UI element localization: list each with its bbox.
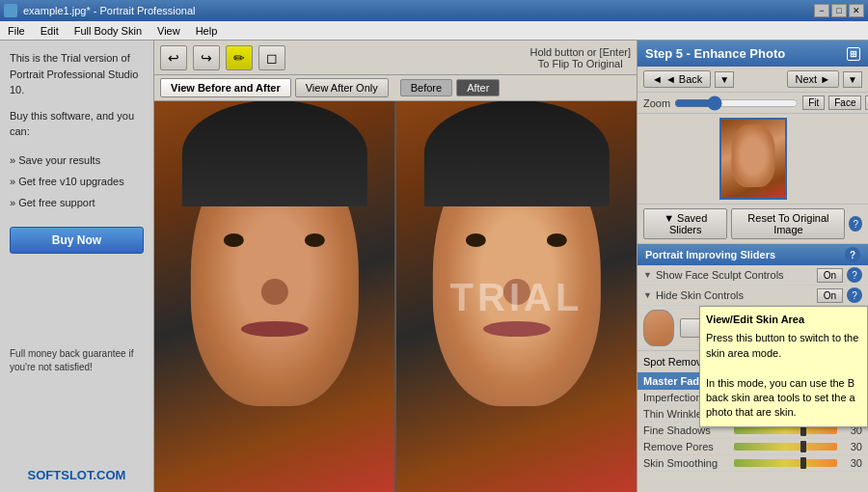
trial-buy-text: Buy this software, and you can: <box>10 108 144 140</box>
master-fade-label: Master Fade <box>643 375 705 387</box>
remove-pores-track[interactable] <box>734 443 837 451</box>
back-arrow-icon: ◄ <box>652 73 663 85</box>
title-bar: example1.jpg* - Portrait Professional − … <box>0 0 868 21</box>
menu-edit[interactable]: Edit <box>37 23 63 39</box>
main-layout: This is the Trial version of Portrait Pr… <box>0 41 868 492</box>
after-image-panel: TRIAL <box>396 101 637 492</box>
hide-skin-label: Hide Skin Controls <box>656 289 813 301</box>
tab-before-after[interactable]: View Before and After <box>160 78 291 97</box>
face-sculpt-help-button[interactable]: ? <box>847 267 862 283</box>
skin-avatar <box>643 310 674 346</box>
trial-list-item-3: » Get free support <box>10 192 144 213</box>
face-sculpt-chevron-icon: ▼ <box>643 270 652 280</box>
next-dropdown[interactable]: ▼ <box>843 71 862 88</box>
trial-list-item-1: » Save your results <box>10 150 144 171</box>
after-face-skin <box>432 141 600 406</box>
next-button[interactable]: Next ► <box>787 70 840 88</box>
zoom-fit-button[interactable]: Fit <box>802 96 825 110</box>
expand-icon[interactable]: ⊞ <box>847 47 860 61</box>
undo-button[interactable]: ↩ <box>160 45 187 70</box>
toolbar-row: ↩ ↪ ✏ ◻ Hold button or [Enter] To Flip T… <box>154 41 637 75</box>
zoom-slider[interactable] <box>674 97 799 109</box>
buy-now-button[interactable]: Buy Now <box>10 227 144 254</box>
flip-hint-line2: To Flip To Original <box>529 58 631 69</box>
after-mouth <box>483 321 551 338</box>
back-dropdown[interactable]: ▼ <box>715 71 734 88</box>
reset-button[interactable]: Reset To Original Image <box>731 208 845 239</box>
menu-view[interactable]: View <box>153 23 184 39</box>
action-row: ▼ Saved Sliders Reset To Original Image … <box>637 205 868 244</box>
close-button[interactable]: ✕ <box>849 4 864 17</box>
saved-sliders-button[interactable]: ▼ Saved Sliders <box>643 208 727 239</box>
before-face-skin <box>190 141 358 406</box>
mouth <box>241 321 309 338</box>
minimize-button[interactable]: − <box>814 4 829 17</box>
after-hair <box>424 101 610 206</box>
next-label: Next ► <box>796 73 831 85</box>
skin-smoothing-value: 30 <box>841 457 862 469</box>
after-image: TRIAL <box>396 101 637 492</box>
after-label: After <box>456 79 500 96</box>
before-image <box>154 101 394 492</box>
hide-skin-row: ▼ Hide Skin Controls On ? <box>637 286 868 306</box>
after-face-area <box>432 141 600 453</box>
eraser-tool-button[interactable]: ◻ <box>258 45 285 70</box>
zoom-face-button[interactable]: Face <box>828 96 861 110</box>
menu-help[interactable]: Help <box>192 23 222 39</box>
guarantee-text: Full money back guarantee if you're not … <box>10 347 144 374</box>
section-help-button[interactable]: ? <box>845 247 860 262</box>
face-sculpt-label: Show Face Sculpt Controls <box>656 269 813 281</box>
zoom-row: Zoom Fit Face 1:1 ► <box>637 93 868 114</box>
portrait-sliders-title: Portrait Improving Sliders <box>645 249 775 260</box>
before-image-panel <box>154 101 394 492</box>
step-title: Step 5 - Enhance Photo <box>645 46 785 61</box>
left-eye <box>224 233 244 247</box>
brand-label: SOFTSLOT.COM <box>10 468 144 482</box>
right-panel: Step 5 - Enhance Photo ⊞ ◄ ◄ Back ▼ Next… <box>637 41 868 492</box>
images-container: TRIAL <box>154 101 637 492</box>
skin-smoothing-row: Skin Smoothing 30 <box>637 455 868 472</box>
maximize-button[interactable]: □ <box>831 4 847 17</box>
center-area: ↩ ↪ ✏ ◻ Hold button or [Enter] To Flip T… <box>154 41 637 492</box>
after-right-eye <box>547 233 567 247</box>
before-face-area <box>190 141 358 453</box>
after-nose <box>503 279 530 306</box>
menu-bar: File Edit Full Body Skin View Help <box>0 21 868 41</box>
menu-full-body-skin[interactable]: Full Body Skin <box>70 23 146 39</box>
portrait-sliders-header: Portrait Improving Sliders ? <box>637 244 868 265</box>
trial-list-item-2: » Get free v10 upgrades <box>10 171 144 192</box>
hide-skin-on-button[interactable]: On <box>817 288 843 303</box>
tab-after-only[interactable]: View After Only <box>295 78 389 97</box>
app-icon <box>4 4 17 17</box>
skin-smoothing-label: Skin Smoothing <box>643 457 730 469</box>
window-title: example1.jpg* - Portrait Professional <box>23 5 196 16</box>
trial-list: » Save your results » Get free v10 upgra… <box>10 150 144 213</box>
skin-smoothing-track[interactable] <box>734 459 837 467</box>
before-label: Before <box>400 79 452 96</box>
zoom-label: Zoom <box>643 97 670 109</box>
hide-skin-help-button[interactable]: ? <box>847 287 862 303</box>
pencil-tool-button[interactable]: ✏ <box>226 45 253 70</box>
thumbnail <box>719 118 787 200</box>
after-left-eye <box>466 233 486 247</box>
hair <box>182 101 367 206</box>
trial-description: This is the Trial version of Portrait Pr… <box>10 50 144 98</box>
trial-panel: This is the Trial version of Portrait Pr… <box>0 41 154 492</box>
face-sculpt-on-button[interactable]: On <box>817 268 843 283</box>
step-header: Step 5 - Enhance Photo ⊞ <box>637 41 868 67</box>
redo-button[interactable]: ↪ <box>193 45 220 70</box>
flip-hint-line1: Hold button or [Enter] <box>529 46 631 58</box>
fine-shadows-track[interactable] <box>734 426 837 434</box>
view-tabs-row: View Before and After View After Only Be… <box>154 75 637 101</box>
thumbnail-area <box>637 114 868 205</box>
flip-hint: Hold button or [Enter] To Flip To Origin… <box>529 46 631 69</box>
back-button[interactable]: ◄ ◄ Back <box>643 70 711 88</box>
remove-pores-row: Remove Pores 30 <box>637 439 868 455</box>
nav-row: ◄ ◄ Back ▼ Next ► ▼ <box>637 67 868 93</box>
remove-pores-label: Remove Pores <box>643 441 730 452</box>
thumbnail-face <box>731 124 774 187</box>
menu-file[interactable]: File <box>4 23 29 39</box>
tooltip-text: Press this button to switch to the skin … <box>706 331 861 420</box>
help-button[interactable]: ? <box>849 216 862 232</box>
tooltip-box: View/Edit Skin Area Press this button to… <box>699 306 868 427</box>
